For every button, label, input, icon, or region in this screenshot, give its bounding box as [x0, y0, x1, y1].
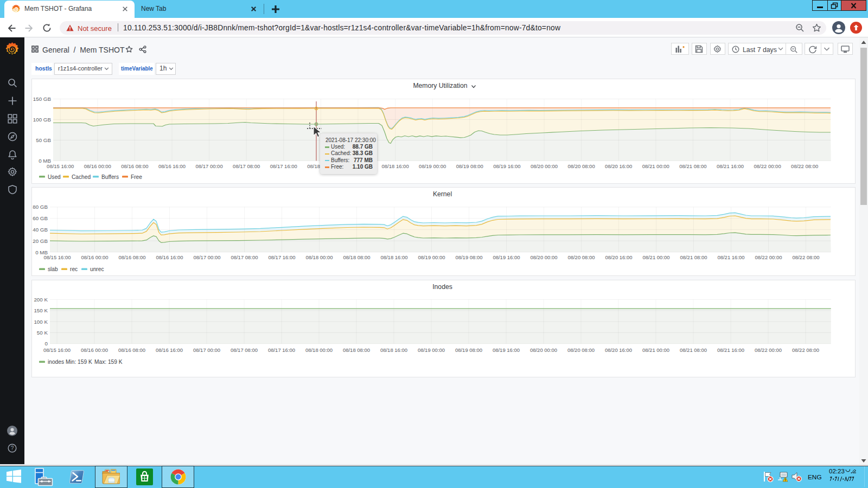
svg-text:08/16 08:00: 08/16 08:00 — [121, 163, 148, 169]
svg-text:08/20 00:00: 08/20 00:00 — [531, 163, 558, 169]
svg-text:Used: Used — [48, 174, 61, 179]
svg-text:slab: slab — [48, 266, 58, 272]
svg-text:08/22 00:00: 08/22 00:00 — [755, 347, 782, 353]
svg-text:08/19 16:00: 08/19 16:00 — [493, 347, 520, 353]
svg-text:08/19 16:00: 08/19 16:00 — [493, 254, 520, 260]
svg-text:08/19 00:00: 08/19 00:00 — [418, 347, 445, 353]
svg-text:08/16 08:00: 08/16 08:00 — [118, 347, 145, 353]
svg-text:08/22 08:00: 08/22 08:00 — [792, 254, 819, 260]
svg-text:08/19 08:00: 08/19 08:00 — [456, 163, 483, 169]
svg-text:08/19 00:00: 08/19 00:00 — [419, 163, 446, 169]
svg-text:08/22 08:00: 08/22 08:00 — [792, 347, 819, 353]
svg-text:80 GB: 80 GB — [33, 204, 48, 210]
svg-text:rec: rec — [70, 266, 78, 272]
svg-text:unrec: unrec — [90, 266, 104, 272]
svg-text:08/16 00:00: 08/16 00:00 — [81, 347, 108, 353]
svg-text:08/21 16:00: 08/21 16:00 — [717, 254, 744, 260]
svg-text:08/17 16:00: 08/17 16:00 — [268, 254, 295, 260]
svg-text:08/20 16:00: 08/20 16:00 — [605, 163, 632, 169]
svg-text:60 GB: 60 GB — [33, 215, 48, 221]
svg-text:08/18 08:00: 08/18 08:00 — [343, 254, 370, 260]
svg-text:08/16 00:00: 08/16 00:00 — [84, 163, 111, 169]
svg-text:08/17 08:00: 08/17 08:00 — [233, 163, 260, 169]
svg-text:08/15 16:00: 08/15 16:00 — [47, 163, 74, 169]
svg-text:inodes: inodes — [48, 359, 64, 365]
svg-text:08/22 00:00: 08/22 00:00 — [755, 254, 782, 260]
svg-text:Free: Free — [131, 174, 142, 179]
svg-text:40 GB: 40 GB — [33, 227, 48, 233]
svg-text:08/17 16:00: 08/17 16:00 — [268, 347, 295, 353]
svg-text:08/18 00:00: 08/18 00:00 — [305, 347, 333, 353]
svg-text:08/21 16:00: 08/21 16:00 — [717, 163, 744, 169]
svg-text:08/17 08:00: 08/17 08:00 — [231, 254, 258, 260]
svg-text:08/16 08:00: 08/16 08:00 — [118, 254, 145, 260]
svg-text:08/21 16:00: 08/21 16:00 — [717, 347, 744, 353]
svg-text:08/17 08:00: 08/17 08:00 — [231, 347, 258, 353]
svg-text:08/17 00:00: 08/17 00:00 — [193, 347, 220, 353]
svg-text:08/21 08:00: 08/21 08:00 — [680, 347, 707, 353]
svg-text:150 GB: 150 GB — [33, 96, 52, 102]
svg-text:08/18 16:00: 08/18 16:00 — [380, 347, 407, 353]
svg-text:08/21 08:00: 08/21 08:00 — [679, 163, 706, 169]
svg-text:Cached: Cached — [72, 174, 91, 179]
svg-text:Max: 159 K: Max: 159 K — [94, 359, 123, 365]
svg-text:08/18 00:00: 08/18 00:00 — [305, 254, 333, 260]
svg-text:08/17 00:00: 08/17 00:00 — [196, 163, 223, 169]
svg-text:Min: 159 K: Min: 159 K — [66, 359, 92, 365]
svg-text:08/16 00:00: 08/16 00:00 — [81, 254, 108, 260]
svg-text:08/19 00:00: 08/19 00:00 — [418, 254, 445, 260]
svg-text:0: 0 — [45, 341, 48, 346]
svg-text:08/21 00:00: 08/21 00:00 — [642, 254, 669, 260]
svg-text:08/20 16:00: 08/20 16:00 — [605, 254, 632, 260]
svg-text:08/20 08:00: 08/20 08:00 — [567, 347, 595, 353]
svg-text:08/19 08:00: 08/19 08:00 — [455, 347, 482, 353]
svg-text:08/15 16:00: 08/15 16:00 — [43, 347, 71, 353]
svg-text:100 K: 100 K — [34, 318, 48, 324]
svg-text:150 K: 150 K — [34, 307, 48, 313]
svg-text:08/20 00:00: 08/20 00:00 — [530, 347, 557, 353]
svg-text:08/16 16:00: 08/16 16:00 — [156, 347, 183, 353]
svg-text:08/19 16:00: 08/19 16:00 — [493, 163, 520, 169]
svg-text:08/21 00:00: 08/21 00:00 — [642, 163, 669, 169]
svg-text:50 GB: 50 GB — [36, 137, 51, 143]
svg-text:08/21 08:00: 08/21 08:00 — [680, 254, 707, 260]
svg-text:200 K: 200 K — [34, 297, 48, 303]
svg-text:08/22 00:00: 08/22 00:00 — [754, 163, 781, 169]
svg-text:08/21 00:00: 08/21 00:00 — [642, 347, 669, 353]
svg-text:08/22 08:00: 08/22 08:00 — [791, 163, 818, 169]
svg-text:08/18 16:00: 08/18 16:00 — [380, 254, 407, 260]
svg-text:08/20 08:00: 08/20 08:00 — [568, 163, 595, 169]
svg-text:08/20 00:00: 08/20 00:00 — [530, 254, 557, 260]
svg-text:08/16 16:00: 08/16 16:00 — [156, 254, 183, 260]
svg-text:08/17 00:00: 08/17 00:00 — [193, 254, 220, 260]
svg-text:08/18 08:00: 08/18 08:00 — [343, 347, 370, 353]
svg-text:08/19 08:00: 08/19 08:00 — [455, 254, 482, 260]
svg-text:Inodes: Inodes — [432, 282, 452, 290]
svg-text:08/16 16:00: 08/16 16:00 — [158, 163, 186, 169]
svg-text:20 GB: 20 GB — [33, 238, 48, 244]
svg-text:08/18 16:00: 08/18 16:00 — [382, 163, 409, 169]
svg-text:Buffers: Buffers — [101, 174, 119, 179]
svg-text:08/20 16:00: 08/20 16:00 — [605, 347, 632, 353]
svg-text:08/20 08:00: 08/20 08:00 — [567, 254, 595, 260]
svg-text:100 GB: 100 GB — [33, 117, 52, 123]
svg-text:Kernel: Kernel — [433, 190, 452, 198]
svg-text:08/15 16:00: 08/15 16:00 — [43, 254, 71, 260]
svg-text:50 K: 50 K — [37, 330, 48, 336]
svg-text:?: ? — [11, 445, 14, 451]
svg-text:Memory Utilization: Memory Utilization — [413, 81, 467, 89]
svg-text:08/17 16:00: 08/17 16:00 — [270, 163, 297, 169]
